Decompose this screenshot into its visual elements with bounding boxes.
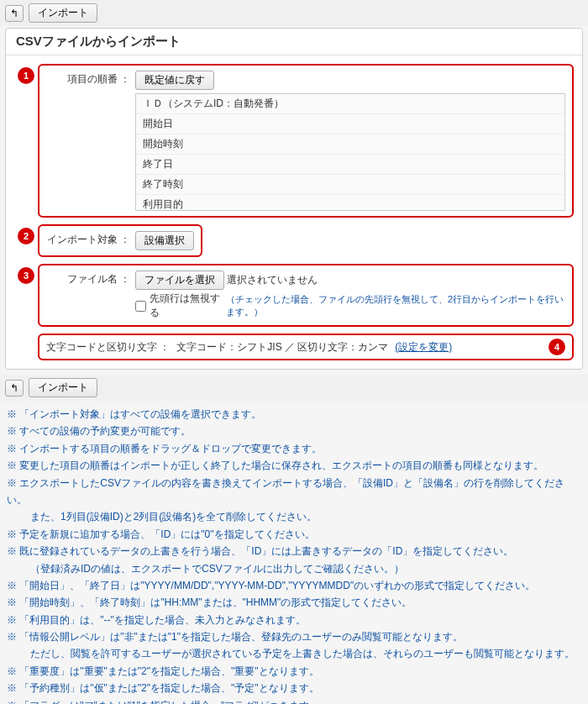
import-panel: CSVファイルからインポート 1 項目の順番 ： 既定値に戻す ＩＤ（システムI…: [5, 28, 583, 370]
note-line: ※ エクスポートしたCSVファイルの内容を書き換えてインポートする場合、「設備I…: [7, 475, 581, 509]
note-line: ※ 変更した項目の順番はインポートが正しく終了した場合に保存され、エクスポートの…: [7, 457, 581, 474]
reset-order-button[interactable]: 既定値に戻す: [135, 71, 214, 90]
panel-title: CSVファイルからインポート: [6, 29, 582, 55]
note-line: ※ 「利用目的」は、"--"を指定した場合、未入力とみなされます。: [7, 612, 581, 628]
order-item[interactable]: 開始時刻: [136, 134, 564, 155]
note-line: ※ 「予約種別」は"仮"または"2"を指定した場合、"予定"となります。: [7, 680, 581, 696]
skip-header-label: 先頭行は無視する: [150, 292, 223, 320]
order-item[interactable]: 利用目的: [136, 195, 564, 211]
import-button-top[interactable]: インポート: [29, 3, 97, 23]
note-line: ※ 「インポート対象」はすべての設備を選択できます。: [7, 406, 581, 423]
note-line: また、1列目(設備ID)と2列目(設備名)を全て削除してください。: [7, 508, 581, 525]
skip-header-checkbox[interactable]: [135, 301, 146, 312]
order-item[interactable]: 開始日: [136, 114, 564, 134]
top-toolbar: ↰ インポート: [0, 0, 588, 26]
no-file-text: 選択されていません: [227, 274, 318, 286]
section-import-target: インポート対象 ： 設備選択: [38, 224, 202, 257]
note-line: ※ 「重要度」は"重要"または"2"を指定した場合、"重要"となります。: [7, 663, 581, 680]
note-line: ※ 既に登録されているデータの上書きを行う場合、「ID」には上書きするデータの「…: [7, 543, 581, 560]
section-field-order: 項目の順番 ： 既定値に戻す ＩＤ（システムID：自動発番） 開始日 開始時刻 …: [38, 64, 574, 218]
import-button-bottom[interactable]: インポート: [29, 378, 97, 397]
encoding-value: 文字コード：シフトJIS ／ 区切り文字：カンマ: [176, 340, 388, 355]
note-line: ※ インポートする項目の順番をドラッグ＆ドロップで変更できます。: [7, 440, 581, 457]
back-button[interactable]: ↰: [5, 5, 24, 22]
change-encoding-link[interactable]: (設定を変更): [395, 340, 452, 355]
note-line: ※ 「開始日」、「終了日」は"YYYY/MM/DD","YYYY-MM-DD",…: [7, 577, 581, 594]
section-file: ファイル名 ： ファイルを選択 選択されていません 先頭行は無視する （チェック…: [38, 264, 574, 327]
note-line: ただし、閲覧を許可するユーザーが選択されている予定を上書きした場合は、それらのユ…: [7, 645, 581, 662]
back-button-bottom[interactable]: ↰: [5, 380, 24, 397]
note-line: （登録済みIDの値は、エクスポートでCSVファイルに出力してご確認ください。）: [7, 560, 581, 577]
note-line: ※ 「開始時刻」、「終了時刻」は"HH:MM"または、"HHMM"の形式で指定し…: [7, 594, 581, 611]
badge-3: 3: [18, 267, 34, 284]
order-item[interactable]: ＩＤ（システムID：自動発番）: [136, 94, 564, 114]
bottom-toolbar: ↰ インポート: [0, 375, 588, 401]
encoding-label: 文字コードと区切り文字 ：: [46, 340, 170, 355]
badge-1: 1: [18, 67, 34, 84]
notes-area: ※ 「インポート対象」はすべての設備を選択できます。 ※ すべての設備の予約変更…: [0, 401, 588, 704]
note-line: ※ すべての設備の予約変更が可能です。: [7, 423, 581, 439]
field-order-list[interactable]: ＩＤ（システムID：自動発番） 開始日 開始時刻 終了日 終了時刻 利用目的 利…: [135, 93, 565, 211]
select-facility-button[interactable]: 設備選択: [135, 231, 194, 250]
note-line: ※ 予定を新規に追加する場合、「ID」には"0"を指定してください。: [7, 526, 581, 543]
badge-2: 2: [18, 228, 34, 244]
order-item[interactable]: 終了時刻: [136, 175, 564, 195]
file-label: ファイル名 ：: [46, 271, 130, 286]
skip-header-note: （チェックした場合、ファイルの先頭行を無視して、2行目からインポートを行います。…: [226, 293, 565, 318]
choose-file-button[interactable]: ファイルを選択: [135, 271, 224, 290]
import-target-label: インポート対象 ：: [46, 231, 130, 247]
section-encoding: 文字コードと区切り文字 ： 文字コード：シフトJIS ／ 区切り文字：カンマ (…: [38, 334, 574, 360]
note-line: ※ 「フラグ」は"フ"または"1"を指定した場合、"フラグ"がつきます。: [7, 697, 581, 704]
order-item[interactable]: 終了日: [136, 155, 564, 175]
badge-4: 4: [549, 339, 565, 355]
field-order-label: 項目の順番 ：: [46, 71, 130, 87]
note-line: ※ 「情報公開レベル」は"非"または"1"を指定した場合、登録先のユーザーのみ閲…: [7, 628, 581, 645]
